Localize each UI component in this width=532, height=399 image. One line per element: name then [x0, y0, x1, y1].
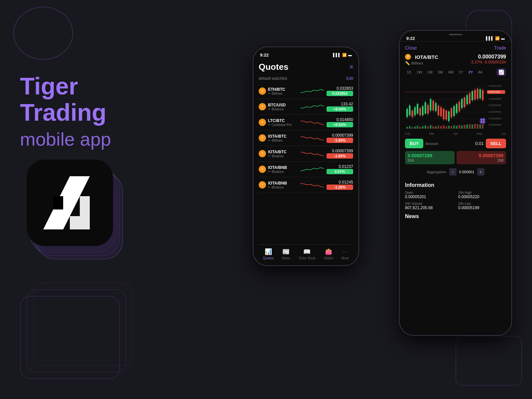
quote-item-2[interactable]: ₮ LTC/BTC ✏ Coinbase Pro 0.014850 +0.52%	[259, 115, 353, 130]
candlestick-chart: 0.00007500 0.00007000 0.00006500 0.00006…	[405, 78, 506, 131]
trade-section: BUY Amount 0.01 SELL 0.00007299 516 0.00…	[400, 136, 511, 181]
ask-price: 0.00007399	[459, 153, 503, 158]
quote-right-1: 133.42 +0.04%	[327, 102, 353, 112]
price-badge-1: +0.04%	[327, 106, 353, 112]
quote-item-5[interactable]: ₮ IOTA/BNB ✏ Binance 0.01237 0.57%	[259, 162, 353, 177]
svg-rect-87	[438, 126, 439, 129]
phone2-time: 9:22	[406, 36, 415, 41]
quote-item-1[interactable]: ₮ BTC/USD ✏ Binance 133.42 +0.04%	[259, 99, 353, 115]
nav-item-news[interactable]: 📰 News	[282, 248, 290, 260]
quote-right-4: 0.00007399 -1.83%	[327, 149, 353, 159]
svg-text:0.00004500: 0.00004500	[488, 123, 501, 126]
drag-handle	[449, 34, 462, 35]
price-badge-0: 0.032853	[327, 91, 353, 96]
aggregation-plus-button[interactable]: +	[477, 168, 484, 176]
quote-item-3[interactable]: ₮ IOTA/BTC ✏ Bitfinex 0.00007399 -1.83%	[259, 130, 353, 146]
time-btn-all[interactable]: All	[476, 69, 484, 75]
quote-price-3: 0.00007399	[327, 133, 353, 138]
edit-button[interactable]: Edit	[346, 76, 353, 81]
bid-volume: 516	[408, 158, 452, 162]
nav-item-more[interactable]: ⋯ More	[341, 248, 349, 260]
svg-rect-78	[414, 126, 416, 129]
svg-text:0.00007500: 0.00007500	[488, 84, 501, 87]
wifi-icon2: 📶	[495, 36, 500, 41]
time-btn-3m[interactable]: 3M	[436, 69, 445, 75]
nav-label-4: More	[341, 256, 349, 260]
quote-price-2: 0.014850	[327, 117, 353, 122]
coin-icon-1: ₮	[259, 103, 266, 110]
high-label: 24h High	[458, 191, 506, 195]
ask-box: 0.00007399 158	[457, 151, 506, 164]
bid-price: 0.00007299	[408, 153, 452, 158]
left-content: Tiger Trading mobile app	[20, 73, 160, 150]
quote-right-5: 0.01237 0.57%	[327, 164, 353, 174]
exchange-icon-2: ✏	[268, 123, 271, 126]
time-btn-1y[interactable]: 1Y	[457, 69, 465, 75]
nav-icon-4: ⋯	[342, 248, 348, 255]
svg-rect-85	[432, 126, 434, 129]
low-label: 24h Low	[458, 202, 506, 205]
sparkline-5	[301, 164, 324, 174]
phone1-container: 9:22 ▌▌▌ 📶 ▬ Quotes ≡ default watchlist …	[253, 47, 359, 266]
detail-header: Close Trade	[400, 43, 511, 53]
svg-rect-99	[469, 124, 470, 129]
coin-pair-6: IOTA/BNB	[268, 181, 298, 186]
time-btn-6m[interactable]: 6M	[447, 69, 455, 75]
svg-rect-91	[448, 126, 450, 129]
coin-info-4: IOTA/BTC ✏ Binance	[268, 150, 298, 158]
battery-icon: ▬	[348, 53, 352, 57]
sparkline-2	[301, 117, 324, 127]
nav-item-order-book[interactable]: 📖 Order Book	[299, 248, 316, 260]
sparkline-0	[301, 86, 324, 96]
exchange-icon-3: ✏	[268, 139, 271, 142]
nav-item-quotes[interactable]: 📊 Quotes	[263, 248, 274, 260]
quotes-header: Quotes ≡	[259, 59, 353, 76]
coin-pair-2: LTC/BTC	[268, 118, 298, 123]
signal-icon2: ▌▌▌	[486, 36, 494, 40]
nav-item-wallet[interactable]: 👛 Wallet	[324, 248, 333, 260]
svg-rect-97	[464, 125, 466, 129]
bid-ask-row: 0.00007299 516 0.00007399 158	[405, 151, 506, 164]
bg-circle-topleft	[13, 7, 73, 60]
close-button[interactable]: Close	[405, 45, 417, 51]
trade-button[interactable]: Trade	[494, 45, 506, 51]
time-btn-1d[interactable]: 1D	[405, 69, 413, 75]
svg-rect-77	[412, 127, 413, 129]
quote-item-0[interactable]: ₮ ETH/BTC ✏ Bitfinex 0.032853 0.032853	[259, 83, 353, 99]
nav-label-3: Wallet	[324, 256, 333, 260]
svg-rect-104	[482, 124, 483, 129]
time-btn-1w[interactable]: 1W	[415, 69, 424, 75]
svg-text:0.00007399: 0.00007399	[488, 91, 500, 93]
exchange-icon-1: ✏	[268, 107, 271, 111]
time-btn-1m[interactable]: 1M	[426, 69, 434, 75]
coin-exchange-1: ✏ Binance	[268, 107, 298, 111]
buy-button[interactable]: BUY	[405, 139, 423, 148]
sell-button[interactable]: SELL	[486, 139, 506, 148]
aggregation-minus-button[interactable]: −	[449, 168, 457, 176]
svg-rect-89	[443, 125, 445, 129]
quote-item-6[interactable]: ₮ IOTA/BNB ✏ Binance 0.01245 -1.28%	[259, 177, 353, 193]
detail-price-section: 0.00007399 -3.37% -0.00000184	[470, 54, 506, 65]
time-btn-2y[interactable]: 2Y	[467, 69, 474, 75]
phone2-container: 9:22 ▌▌▌ 📶 ▬ Close Trade ₮ IOTA/BTC	[399, 30, 512, 336]
quote-price-5: 0.01237	[327, 164, 353, 169]
chart-type-button[interactable]: 📈	[496, 68, 506, 76]
coin-icon-0: ₮	[259, 87, 266, 95]
sparkline-1	[301, 102, 324, 112]
coin-info-0: ETH/BTC ✏ Bitfinex	[268, 87, 298, 95]
svg-text:0.00005000: 0.00005000	[488, 117, 501, 120]
quote-item-4[interactable]: ₮ IOTA/BTC ✏ Binance 0.00007399 -1.83%	[259, 146, 353, 162]
svg-rect-114	[480, 118, 486, 124]
app-title: Tiger Trading	[20, 73, 160, 126]
open-info: Open 0.00005201	[405, 191, 453, 199]
aggregation-label: Aggregation	[427, 170, 446, 174]
info-grid: Open 0.00005201 24h High 0.00005220 24h …	[405, 191, 506, 210]
svg-rect-84	[430, 125, 432, 129]
svg-rect-88	[440, 126, 442, 129]
nav-icon-0: 📊	[265, 248, 272, 255]
coin-title-row: ₮ IOTA/BTC ✏️ Bitfinex 0.00007399 -3.37%…	[400, 53, 511, 66]
menu-icon[interactable]: ≡	[349, 64, 353, 70]
svg-rect-116	[483, 119, 484, 121]
svg-rect-83	[427, 126, 429, 129]
svg-rect-90	[446, 126, 447, 129]
